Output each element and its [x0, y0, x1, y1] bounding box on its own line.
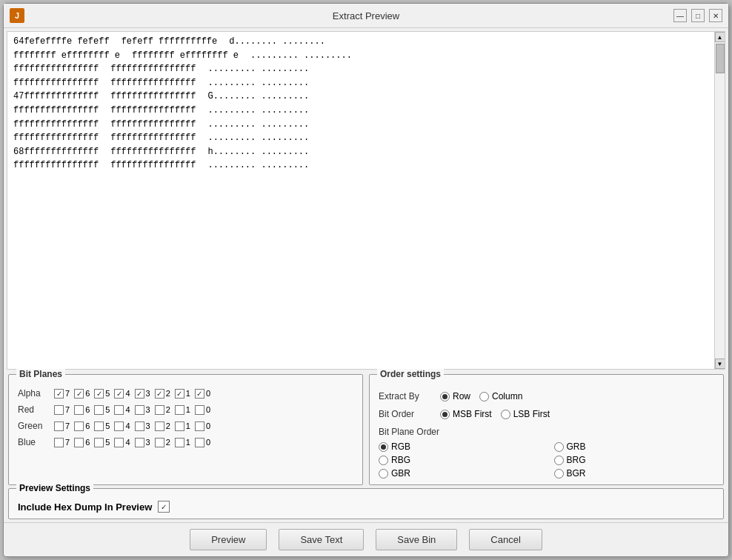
extract-by-row-option[interactable]: Row: [440, 391, 470, 401]
bit-plane-order-grid: RGB GRB RBG BRG: [379, 441, 714, 479]
bpo-bgr-radio[interactable]: [554, 469, 564, 479]
alpha-cb-2[interactable]: [155, 389, 164, 399]
scroll-thumb[interactable]: [716, 44, 725, 73]
lsb-first-label: LSB First: [513, 409, 550, 419]
bpo-rgb-label: RGB: [391, 441, 410, 452]
alpha-cb-1[interactable]: [175, 389, 184, 399]
include-hex-checkbox[interactable]: [158, 501, 170, 513]
alpha-cb-4[interactable]: [114, 389, 124, 399]
green-cb-7[interactable]: [54, 421, 64, 431]
bpo-rbg-option[interactable]: RBG: [379, 455, 539, 465]
extract-by-column-label: Column: [492, 391, 522, 401]
bit-planes-title: Bit Planes: [16, 369, 65, 379]
window-title: Extract Preview: [333, 10, 399, 21]
blue-cb-1[interactable]: [175, 438, 184, 447]
close-button[interactable]: ✕: [709, 9, 722, 22]
alpha-bit2: 2: [155, 389, 170, 399]
red-row: Red 7 6 5 4 3 2 1 0: [18, 404, 353, 415]
red-cb-2[interactable]: [155, 405, 164, 415]
bit-plane-order-label: Bit Plane Order: [379, 427, 714, 437]
bpo-grb-label: GRB: [567, 441, 586, 452]
blue-cb-0[interactable]: [195, 438, 204, 447]
alpha-cb-3[interactable]: [135, 389, 144, 399]
extract-by-row-radio[interactable]: [440, 392, 450, 401]
red-cb-6[interactable]: [74, 405, 84, 415]
blue-label: Blue: [18, 437, 51, 447]
red-cb-5[interactable]: [94, 405, 104, 415]
bpo-gbr-label: GBR: [391, 468, 410, 479]
bpo-brg-label: BRG: [567, 455, 586, 465]
titlebar: J Extract Preview — □ ✕: [4, 4, 728, 28]
bpo-grb-option[interactable]: GRB: [554, 441, 715, 452]
bpo-gbr-option[interactable]: GBR: [379, 468, 539, 479]
save-bin-button[interactable]: Save Bin: [376, 529, 457, 550]
extract-by-row-label: Row: [453, 391, 470, 401]
bpo-brg-radio[interactable]: [554, 456, 564, 465]
lsb-first-radio[interactable]: [501, 410, 510, 419]
bpo-gbr-radio[interactable]: [379, 469, 388, 479]
extract-by-column-option[interactable]: Column: [479, 391, 522, 401]
green-cb-4[interactable]: [114, 421, 124, 431]
titlebar-controls: — □ ✕: [673, 9, 722, 22]
lsb-first-option[interactable]: LSB First: [501, 409, 550, 419]
maximize-button[interactable]: □: [691, 9, 705, 22]
cancel-button[interactable]: Cancel: [469, 529, 542, 550]
msb-first-option[interactable]: MSB First: [440, 409, 492, 419]
blue-checkboxes: 7 6 5 4 3 2 1 0: [54, 438, 210, 447]
scrollbar-vertical[interactable]: ▲ ▼: [714, 32, 725, 369]
blue-cb-7[interactable]: [54, 438, 64, 447]
red-cb-3[interactable]: [135, 405, 144, 415]
scroll-down-arrow[interactable]: ▼: [715, 359, 725, 369]
bpo-bgr-label: BGR: [567, 468, 586, 479]
preview-button[interactable]: Preview: [190, 529, 267, 550]
alpha-label: Alpha: [18, 388, 51, 399]
scroll-up-arrow[interactable]: ▲: [715, 32, 725, 42]
alpha-bit4: 4: [114, 389, 130, 399]
bpo-rgb-radio[interactable]: [379, 442, 388, 452]
preview-area: 64fefeffffe fefefffefeff ffffffffffed...…: [7, 31, 725, 370]
bottom-bar: Preview Save Text Save Bin Cancel: [4, 522, 728, 556]
bpo-rgb-option[interactable]: RGB: [379, 441, 539, 452]
msb-first-radio[interactable]: [440, 410, 450, 419]
bpo-brg-option[interactable]: BRG: [554, 455, 715, 465]
green-checkboxes: 7 6 5 4 3 2 1 0: [54, 421, 210, 431]
alpha-cb-6[interactable]: [74, 389, 84, 399]
bpo-rbg-label: RBG: [391, 455, 410, 465]
blue-cb-5[interactable]: [94, 438, 104, 447]
main-window: J Extract Preview — □ ✕ 64fefeffffe fefe…: [3, 3, 729, 557]
preview-text-content: 64fefeffffe fefefffefeff ffffffffffed...…: [7, 32, 714, 369]
bpo-grb-radio[interactable]: [554, 442, 564, 452]
green-cb-3[interactable]: [135, 421, 144, 431]
alpha-cb-0[interactable]: [195, 389, 204, 399]
blue-cb-4[interactable]: [114, 438, 124, 447]
green-cb-6[interactable]: [74, 421, 84, 431]
blue-cb-3[interactable]: [135, 438, 144, 447]
bpo-rbg-radio[interactable]: [379, 456, 388, 465]
save-text-button[interactable]: Save Text: [279, 529, 364, 550]
alpha-bit3: 3: [135, 389, 150, 399]
extract-by-label: Extract By: [379, 391, 434, 401]
extract-by-column-radio[interactable]: [479, 392, 489, 401]
titlebar-left: J: [10, 8, 24, 23]
app-icon: J: [10, 8, 24, 23]
green-cb-2[interactable]: [155, 421, 164, 431]
alpha-cb-7[interactable]: [54, 389, 64, 399]
blue-cb-6[interactable]: [74, 438, 84, 447]
bpo-bgr-option[interactable]: BGR: [554, 468, 715, 479]
red-checkboxes: 7 6 5 4 3 2 1 0: [54, 405, 210, 415]
green-cb-5[interactable]: [94, 421, 104, 431]
red-cb-1[interactable]: [175, 405, 184, 415]
red-cb-7[interactable]: [54, 405, 64, 415]
alpha-bit1: 1: [175, 389, 190, 399]
alpha-cb-5[interactable]: [94, 389, 104, 399]
blue-cb-2[interactable]: [155, 438, 164, 447]
green-cb-0[interactable]: [195, 421, 204, 431]
red-cb-4[interactable]: [114, 405, 124, 415]
bit-plane-order-section: Bit Plane Order RGB GRB RBG: [379, 427, 714, 479]
green-cb-1[interactable]: [175, 421, 184, 431]
alpha-bit0: 0: [195, 389, 210, 399]
alpha-row: Alpha 7 6 5 4 3 2 1 0: [18, 388, 353, 399]
minimize-button[interactable]: —: [673, 9, 687, 22]
extract-by-row: Extract By Row Column: [379, 391, 714, 401]
red-cb-0[interactable]: [195, 405, 204, 415]
